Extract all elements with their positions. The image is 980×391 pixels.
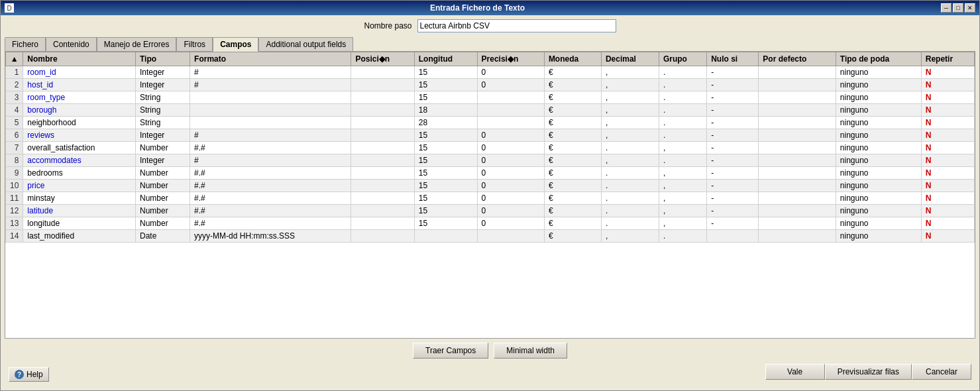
row-decimal[interactable]: . <box>601 142 659 154</box>
row-decimal[interactable]: , <box>601 230 659 243</box>
row-longitud[interactable]: 18 <box>414 104 477 117</box>
row-tipo[interactable]: Number <box>136 180 190 192</box>
row-precision[interactable]: 0 <box>477 129 544 142</box>
col-tipo-poda[interactable]: Tipo de poda <box>836 52 921 66</box>
row-nulo-si[interactable]: - <box>707 192 759 205</box>
row-moneda[interactable]: € <box>544 117 601 129</box>
row-moneda[interactable]: € <box>544 104 601 117</box>
row-moneda[interactable]: € <box>544 217 601 230</box>
row-posicion[interactable] <box>351 154 414 167</box>
row-posicion[interactable] <box>351 230 414 243</box>
previsualizar-button[interactable]: Previsualizar filas <box>825 364 912 380</box>
row-decimal[interactable]: , <box>601 117 659 129</box>
row-tipo-poda[interactable]: ninguno <box>836 230 921 243</box>
row-nombre[interactable]: last_modified <box>23 230 136 243</box>
row-tipo[interactable]: Number <box>136 205 190 217</box>
row-precision[interactable]: 0 <box>477 217 544 230</box>
row-nombre[interactable]: overall_satisfaction <box>23 142 136 154</box>
row-nombre[interactable]: bedrooms <box>23 167 136 180</box>
row-posicion[interactable] <box>351 142 414 154</box>
row-precision[interactable]: 0 <box>477 167 544 180</box>
row-precision[interactable]: 0 <box>477 192 544 205</box>
tab-contenido[interactable]: Contenido <box>46 37 97 52</box>
row-por-defecto[interactable] <box>759 66 836 79</box>
row-longitud[interactable]: 15 <box>414 205 477 217</box>
row-posicion[interactable] <box>351 205 414 217</box>
row-repetir[interactable]: N <box>921 117 974 129</box>
row-por-defecto[interactable] <box>759 154 836 167</box>
row-precision[interactable]: 0 <box>477 66 544 79</box>
row-por-defecto[interactable] <box>759 192 836 205</box>
row-tipo-poda[interactable]: ninguno <box>836 167 921 180</box>
row-formato[interactable]: #.# <box>190 142 351 154</box>
table-row[interactable]: 6reviewsInteger#150€,.-ningunoN <box>6 129 975 142</box>
row-repetir[interactable]: N <box>921 91 974 104</box>
row-tipo[interactable]: Integer <box>136 129 190 142</box>
maximize-button[interactable]: □ <box>953 3 963 13</box>
row-por-defecto[interactable] <box>759 167 836 180</box>
row-grupo[interactable]: . <box>659 79 706 91</box>
row-moneda[interactable]: € <box>544 154 601 167</box>
row-grupo[interactable]: . <box>659 154 706 167</box>
col-formato[interactable]: Formato <box>190 52 351 66</box>
row-formato[interactable]: # <box>190 66 351 79</box>
row-nulo-si[interactable]: - <box>707 167 759 180</box>
minimize-button[interactable]: ─ <box>941 3 952 13</box>
row-precision[interactable]: 0 <box>477 154 544 167</box>
row-decimal[interactable]: , <box>601 91 659 104</box>
row-posicion[interactable] <box>351 192 414 205</box>
row-formato[interactable]: #.# <box>190 192 351 205</box>
row-nulo-si[interactable]: - <box>707 217 759 230</box>
col-por-defecto[interactable]: Por defecto <box>759 52 836 66</box>
row-decimal[interactable]: . <box>601 180 659 192</box>
row-tipo-poda[interactable]: ninguno <box>836 117 921 129</box>
row-grupo[interactable]: , <box>659 205 706 217</box>
row-repetir[interactable]: N <box>921 217 974 230</box>
table-row[interactable]: 11minstayNumber#.#150€.,-ningunoN <box>6 192 975 205</box>
row-decimal[interactable]: , <box>601 79 659 91</box>
row-nulo-si[interactable]: - <box>707 104 759 117</box>
row-tipo[interactable]: Number <box>136 167 190 180</box>
row-moneda[interactable]: € <box>544 129 601 142</box>
row-grupo[interactable]: . <box>659 66 706 79</box>
row-longitud[interactable]: 15 <box>414 180 477 192</box>
row-formato[interactable]: #.# <box>190 167 351 180</box>
row-moneda[interactable]: € <box>544 79 601 91</box>
col-nulo-si[interactable]: Nulo si <box>707 52 759 66</box>
row-repetir[interactable]: N <box>921 66 974 79</box>
row-tipo-poda[interactable]: ninguno <box>836 91 921 104</box>
row-moneda[interactable]: € <box>544 167 601 180</box>
row-formato[interactable]: # <box>190 79 351 91</box>
row-por-defecto[interactable] <box>759 104 836 117</box>
row-tipo-poda[interactable]: ninguno <box>836 154 921 167</box>
row-formato[interactable]: # <box>190 129 351 142</box>
col-nombre[interactable]: Nombre <box>23 52 136 66</box>
row-nulo-si[interactable] <box>707 230 759 243</box>
row-repetir[interactable]: N <box>921 79 974 91</box>
row-decimal[interactable]: , <box>601 104 659 117</box>
row-tipo[interactable]: Date <box>136 230 190 243</box>
row-posicion[interactable] <box>351 167 414 180</box>
row-moneda[interactable]: € <box>544 66 601 79</box>
tab-additional-output[interactable]: Additional output fields <box>258 37 353 52</box>
row-por-defecto[interactable] <box>759 217 836 230</box>
row-por-defecto[interactable] <box>759 91 836 104</box>
row-repetir[interactable]: N <box>921 192 974 205</box>
row-grupo[interactable]: . <box>659 117 706 129</box>
row-formato[interactable]: yyyy-MM-dd HH:mm:ss.SSS <box>190 230 351 243</box>
col-decimal[interactable]: Decimal <box>601 52 659 66</box>
row-moneda[interactable]: € <box>544 230 601 243</box>
row-longitud[interactable]: 15 <box>414 79 477 91</box>
row-decimal[interactable]: . <box>601 167 659 180</box>
tab-manejo-errores[interactable]: Manejo de Errores <box>97 37 177 52</box>
row-tipo-poda[interactable]: ninguno <box>836 79 921 91</box>
row-nombre[interactable]: borough <box>23 104 136 117</box>
col-precision[interactable]: Precisi◆n <box>477 52 544 66</box>
step-name-input[interactable] <box>417 19 616 32</box>
row-posicion[interactable] <box>351 79 414 91</box>
row-repetir[interactable]: N <box>921 167 974 180</box>
row-nulo-si[interactable]: - <box>707 180 759 192</box>
row-repetir[interactable]: N <box>921 230 974 243</box>
row-formato[interactable]: #.# <box>190 180 351 192</box>
row-tipo-poda[interactable]: ninguno <box>836 217 921 230</box>
